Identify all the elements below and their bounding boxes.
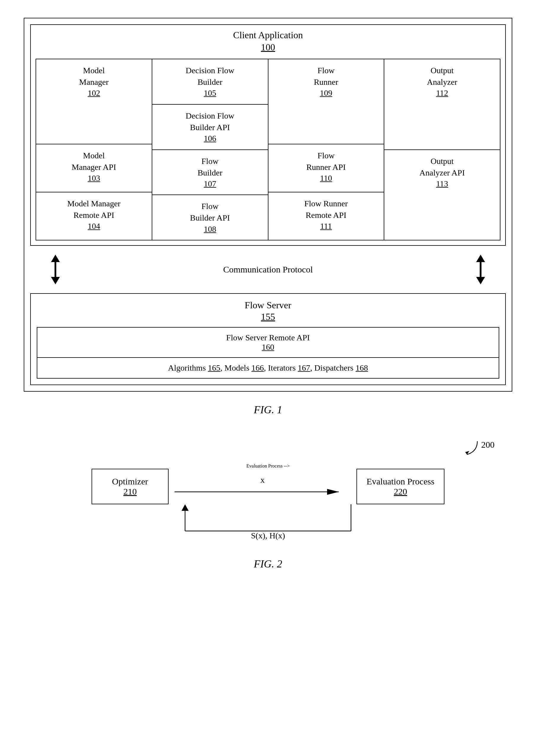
flow-server-inner: Flow Server Remote API 160 Algorithms 16…	[37, 327, 499, 378]
flow-server-remote-api-row: Flow Server Remote API 160	[37, 328, 499, 358]
iterators-number: 167	[298, 363, 310, 372]
models-label: Models	[224, 363, 250, 372]
algorithms-number: 165	[208, 363, 220, 372]
flow-server-box: Flow Server 155 Flow Server Remote API 1…	[30, 293, 506, 385]
forward-arrow-label: x	[260, 475, 265, 485]
flow-runner-remote-api-cell: Flow RunnerRemote API 111	[268, 193, 384, 240]
flow-server-components-row: Algorithms 165, Models 166, Iterators 16…	[37, 358, 499, 378]
flow-server-remote-api-label: Flow Server Remote API	[226, 333, 310, 342]
feedback-section: S(x), H(x)	[91, 504, 445, 540]
comm-protocol-label: Communication Protocol	[223, 265, 313, 274]
client-app-inner: ModelManager 102 ModelManager API 103 Mo…	[36, 59, 500, 240]
flow-builder-api-cell: FlowBuilder API 108	[152, 195, 268, 240]
forward-arrow-icon	[175, 486, 351, 498]
eval-process-number: 220	[366, 486, 434, 497]
model-manager-cell: ModelManager 102	[36, 59, 152, 144]
optimizer-box: Optimizer 210	[91, 469, 169, 504]
col-model-manager: ModelManager 102 ModelManager API 103 Mo…	[36, 59, 152, 240]
flow-builder-cell: FlowBuilder 107	[152, 150, 268, 196]
flow-runner-api-cell: FlowRunner API 110	[268, 144, 384, 193]
decision-flow-builder-api-cell: Decision FlowBuilder API 106	[152, 105, 268, 150]
svg-marker-3	[476, 255, 485, 262]
flow-server-title: Flow Server	[37, 300, 499, 311]
evaluation-process-box: Evaluation Process 220	[356, 469, 445, 504]
client-app-number: 100	[36, 42, 500, 53]
client-app-title: Client Application	[36, 30, 500, 41]
output-analyzer-cell: OutputAnalyzer 112	[384, 59, 500, 150]
fig2-diagram: Evaluation Process --> Optimizer 210 x E…	[48, 463, 488, 540]
flow-runner-cell: FlowRunner 109	[268, 59, 384, 144]
fig2-reference: 200	[461, 440, 494, 457]
algorithms-label: Algorithms	[168, 363, 206, 372]
svg-text:S(x), H(x): S(x), H(x)	[251, 531, 285, 540]
svg-marker-8	[327, 489, 339, 495]
fig2-ref-arrow-icon	[461, 440, 479, 457]
col-decision-flow: Decision FlowBuilder 105 Decision FlowBu…	[152, 59, 268, 240]
flow-server-number: 155	[37, 311, 499, 322]
left-bidirectional-arrow	[48, 255, 63, 284]
svg-rect-5	[480, 261, 482, 278]
models-number: 166	[251, 363, 264, 372]
decision-flow-builder-cell: Decision FlowBuilder 105	[152, 59, 268, 105]
iterators-label: Iterators	[268, 363, 296, 372]
dispatchers-label: Dispatchers	[314, 363, 353, 372]
fig2-ref-number: 200	[481, 440, 494, 450]
fig2-wrapper: 200 Evaluation Process --> Optimizer 210…	[24, 434, 512, 546]
flow-server-remote-api-number: 160	[262, 342, 274, 352]
col-flow-runner: FlowRunner 109 FlowRunner API 110 Flow R…	[268, 59, 385, 240]
optimizer-label: Optimizer	[102, 477, 158, 486]
fig1-diagram: Client Application 100 ModelManager 102 …	[24, 18, 512, 392]
svg-marker-0	[51, 255, 60, 262]
svg-marker-12	[182, 504, 189, 511]
right-bidirectional-arrow	[473, 255, 488, 284]
optimizer-number: 210	[102, 486, 158, 497]
fig1-caption: FIG. 1	[24, 404, 512, 416]
eval-process-label: Evaluation Process	[366, 477, 434, 486]
fig2-caption: FIG. 2	[24, 558, 512, 570]
dispatchers-number: 168	[355, 363, 368, 372]
output-analyzer-api-cell: OutputAnalyzer API 113	[384, 150, 500, 240]
model-manager-remote-api-cell: Model ManagerRemote API 104	[36, 193, 152, 240]
client-app-box: Client Application 100 ModelManager 102 …	[30, 24, 506, 246]
feedback-arrow-icon: S(x), H(x)	[91, 504, 445, 540]
model-manager-api-cell: ModelManager API 103	[36, 144, 152, 193]
svg-rect-2	[54, 261, 56, 278]
comm-protocol-area: Communication Protocol	[30, 246, 506, 293]
col-output-analyzer: OutputAnalyzer 112 OutputAnalyzer API 11…	[384, 59, 500, 240]
forward-arrow-section: x	[169, 475, 356, 498]
